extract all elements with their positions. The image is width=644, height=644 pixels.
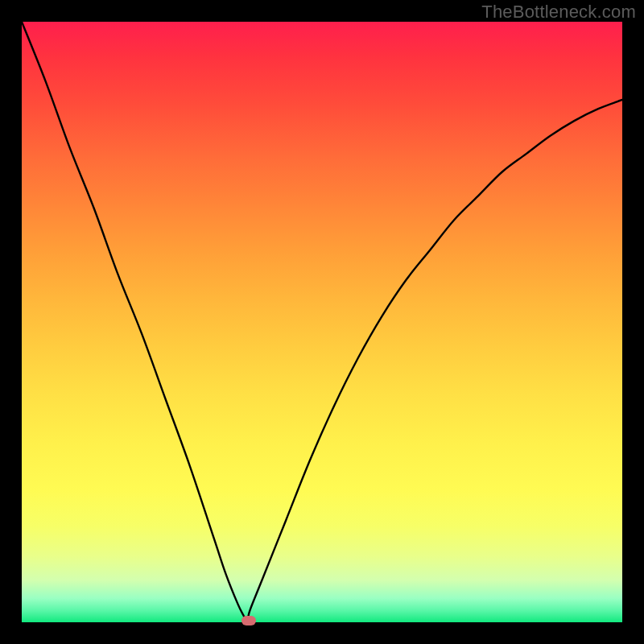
bottleneck-curve [22, 22, 622, 622]
optimal-point-marker [242, 616, 256, 625]
chart-frame: TheBottleneck.com [0, 0, 644, 644]
watermark-text: TheBottleneck.com [481, 2, 636, 23]
plot-area [22, 22, 622, 622]
